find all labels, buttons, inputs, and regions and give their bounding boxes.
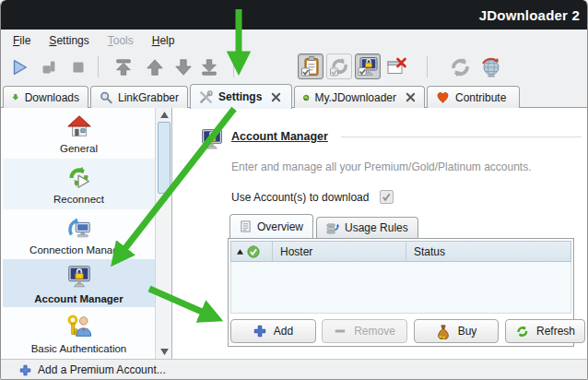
stop-icon[interactable] [67, 56, 89, 78]
sidebar-item-label: Basic Authentication [31, 343, 127, 354]
menu-settings[interactable]: Settings [46, 32, 91, 49]
column-enabled[interactable] [231, 245, 272, 258]
tab-contribute[interactable]: Contribute [427, 86, 520, 108]
sidebar-item-label: Connection Manager [29, 244, 128, 255]
sidebar-item-label: Reconnect [53, 194, 104, 205]
button-label: Refresh [536, 325, 575, 338]
scroll-up-icon[interactable] [157, 109, 171, 121]
pause-icon[interactable] [38, 56, 60, 78]
close-icon[interactable] [271, 92, 281, 102]
add-premium-account-link[interactable]: Add a Premium Account... [38, 363, 166, 376]
remove-button[interactable]: Remove [322, 319, 407, 343]
sidebar-item-account-manager[interactable]: Account Manager [3, 259, 155, 307]
sidebar-item-connection-manager[interactable]: Connection Manager [3, 209, 155, 259]
key-user-icon [65, 313, 93, 340]
status-bar[interactable]: Add a Premium Account... [1, 359, 588, 380]
title-bar[interactable]: JDownloader 2 [1, 0, 588, 30]
column-hoster[interactable]: Hoster [272, 242, 406, 261]
myjd-logo-icon: My [303, 90, 310, 105]
sidebar-item-basic-authentication[interactable]: Basic Authentication [3, 307, 155, 359]
toolbar-separator [427, 56, 428, 77]
toolbar-separator [98, 56, 99, 77]
scrollbar-thumb[interactable] [158, 122, 171, 194]
menu-bar: File Settings Tools Help [1, 30, 588, 51]
connection-icon [65, 214, 93, 242]
download-arrow-icon [12, 90, 19, 104]
sidebar-item-general[interactable]: General [3, 108, 155, 159]
move-up-icon[interactable] [144, 56, 166, 78]
tab-label: Downloads [25, 91, 79, 104]
tab-label: Settings [218, 90, 262, 103]
check-icon [382, 192, 392, 202]
window-title: JDownloader 2 [479, 7, 580, 23]
tab-label: My.JDownloader [315, 91, 396, 104]
play-icon[interactable] [8, 56, 30, 78]
clipboard-observer-icon[interactable] [298, 53, 323, 79]
use-accounts-label: Use Account(s) to download [231, 191, 369, 204]
button-label: Remove [354, 325, 395, 338]
page-description: Enter and manage all your Premium/Gold/P… [231, 160, 532, 173]
page-title: Account Manager [231, 130, 328, 143]
column-status[interactable]: Status [406, 242, 570, 261]
sort-ascending-icon [237, 249, 243, 255]
monitor-lock-icon [65, 263, 93, 291]
button-label: Add [274, 325, 293, 338]
sync-toggle-icon[interactable] [326, 53, 352, 79]
view-tabbar: Downloads LinkGrabber Settings My My.JDo… [1, 83, 588, 108]
add-button[interactable]: Add [230, 319, 316, 343]
close-icon[interactable] [406, 92, 416, 102]
sidebar-scrollbar[interactable] [155, 108, 171, 359]
move-bottom-icon[interactable] [198, 56, 220, 78]
menu-tools: Tools [105, 32, 136, 49]
window-close-icon[interactable] [383, 56, 409, 78]
monitor-lock-toggle-icon[interactable] [355, 53, 381, 79]
table-body-empty[interactable] [230, 262, 571, 314]
settings-sidebar: General Reconnect Con [3, 108, 172, 359]
move-down-icon[interactable] [172, 56, 194, 78]
scroll-down-icon[interactable] [157, 346, 171, 358]
home-icon [65, 113, 93, 140]
menu-help[interactable]: Help [149, 32, 178, 49]
refresh-button[interactable]: Refresh [505, 319, 585, 343]
settings-content: General Reconnect Con [1, 108, 588, 359]
plus-icon [19, 364, 31, 376]
sidebar-item-label: General [60, 143, 98, 154]
subtab-label: Usage Rules [345, 221, 408, 234]
tab-downloads[interactable]: Downloads [3, 86, 88, 108]
usage-rules-icon [326, 222, 339, 234]
heart-icon [436, 90, 450, 104]
reconnect-green-icon [65, 163, 93, 191]
tab-settings[interactable]: Settings [190, 84, 292, 109]
minus-icon [334, 325, 347, 338]
title-rule [341, 137, 582, 137]
table-header: Hoster Status [230, 241, 571, 262]
overview-list-icon [240, 220, 252, 232]
move-top-icon[interactable] [112, 56, 135, 78]
subtab-usage-rules[interactable]: Usage Rules [316, 217, 418, 238]
account-actions: Add Remove Buy [229, 319, 575, 345]
menu-file[interactable]: File [10, 32, 33, 49]
magnifier-icon [100, 90, 112, 104]
subtab-overview[interactable]: Overview [229, 214, 313, 238]
svg-text:My: My [304, 96, 309, 100]
moneybag-icon [436, 324, 451, 339]
buy-button[interactable]: Buy [414, 319, 499, 343]
tab-label: LinkGrabber [118, 91, 179, 104]
tab-myjdownloader[interactable]: My My.JDownloader [294, 86, 425, 108]
account-manager-header-icon [199, 126, 225, 155]
enabled-check-icon [247, 245, 260, 258]
subtab-label: Overview [257, 220, 303, 233]
use-accounts-checkbox[interactable] [380, 190, 394, 204]
toolbar [1, 51, 588, 83]
account-subtabs: Overview Usage Rules [229, 214, 421, 238]
tab-linkgrabber[interactable]: LinkGrabber [90, 86, 188, 108]
toolbar-separator [233, 56, 234, 77]
button-label: Buy [458, 325, 477, 338]
sidebar-item-label: Account Manager [34, 293, 123, 304]
refresh-icon [515, 325, 529, 338]
sidebar-item-reconnect[interactable]: Reconnect [3, 159, 155, 209]
tab-label: Contribute [455, 91, 506, 104]
reconnect-icon[interactable] [447, 56, 473, 78]
jdownloader-window: JDownloader 2 File Settings Tools Help [0, 0, 588, 380]
update-globe-icon[interactable] [478, 56, 504, 78]
